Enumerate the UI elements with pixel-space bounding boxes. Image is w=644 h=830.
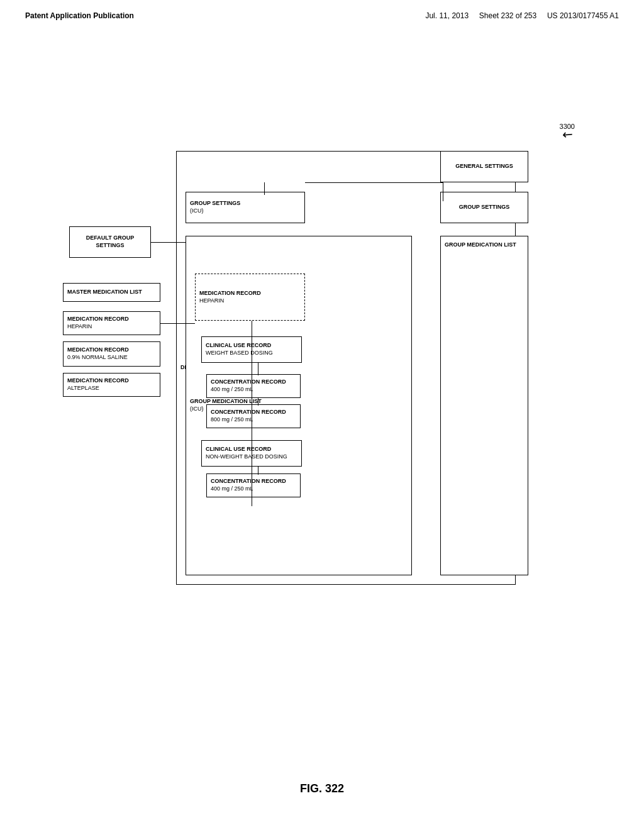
concentration-400-250-2-sub: 400 mg / 250 mL bbox=[211, 485, 253, 493]
page-header: Patent Application Publication Jul. 11, … bbox=[0, 0, 644, 20]
med-record-alteplase-sub: ALTEPLASE bbox=[67, 385, 99, 392]
group-settings-right-label: GROUP SETTINGS bbox=[459, 204, 509, 211]
master-medication-list-label: MASTER MEDICATION LIST bbox=[67, 289, 142, 296]
group-settings-icu-sub: (ICU) bbox=[190, 208, 204, 215]
connector-weight-to-conc1 bbox=[258, 363, 258, 375]
concentration-800-250-sub: 800 mg / 250 mL bbox=[211, 416, 253, 424]
connector-nonweight-to-conc bbox=[258, 467, 258, 475]
med-record-heparin-center-label: MEDICATION RECORD bbox=[199, 290, 261, 297]
concentration-800-250-label: CONCENTRATION RECORD bbox=[211, 409, 286, 416]
connector-conc1-to-conc2 bbox=[258, 398, 258, 406]
connector-general-to-icu bbox=[305, 182, 443, 183]
concentration-400-250-1-sub: 400 mg / 250 mL bbox=[211, 386, 253, 394]
concentration-400-250-1-label: CONCENTRATION RECORD bbox=[211, 379, 286, 386]
ref-arrow: ↗ bbox=[560, 128, 574, 142]
group-settings-icu-label: GROUP SETTINGS bbox=[190, 200, 240, 208]
clinical-use-weight-label: CLINICAL USE RECORD bbox=[206, 342, 271, 350]
ref-number-3300: 3300 ↗ bbox=[560, 123, 575, 141]
med-record-saline-sub: 0.9% NORMAL SALINE bbox=[67, 354, 128, 362]
group-settings-right-box: GROUP SETTINGS bbox=[440, 192, 528, 223]
connector-default-to-library bbox=[151, 242, 186, 243]
clinical-use-weight-sub: WEIGHT BASED DOSING bbox=[206, 350, 273, 357]
concentration-400-250-2-box: CONCENTRATION RECORD 400 mg / 250 mL bbox=[206, 473, 301, 497]
sheet-info: Sheet 232 of 253 bbox=[479, 11, 536, 20]
general-settings-box: GENERAL SETTINGS bbox=[440, 151, 528, 182]
med-record-heparin-center-sub: HEPARIN bbox=[199, 297, 224, 305]
med-record-alteplase-label: MEDICATION RECORD bbox=[67, 377, 129, 385]
diagram-area: DRUG ADMINISTRATION LIBRARY GENERAL SETT… bbox=[50, 151, 606, 830]
clinical-use-nonweight-sub: NON-WEIGHT BASED DOSING bbox=[206, 453, 287, 461]
default-group-settings-label: DEFAULT GROUP SETTINGS bbox=[86, 235, 134, 249]
concentration-800-250-box: CONCENTRATION RECORD 800 mg / 250 mL bbox=[206, 404, 301, 428]
group-settings-icu-box: GROUP SETTINGS (ICU) bbox=[186, 192, 305, 223]
connector-right-vertical bbox=[443, 182, 443, 201]
med-record-saline-label: MEDICATION RECORD bbox=[67, 346, 129, 354]
connector-items-vertical bbox=[252, 321, 252, 506]
publication-date: Jul. 11, 2013 bbox=[425, 11, 469, 20]
med-record-heparin-left-box: MEDICATION RECORD HEPARIN bbox=[63, 311, 160, 335]
med-record-heparin-center-box: MEDICATION RECORD HEPARIN bbox=[195, 274, 305, 321]
group-medication-list-right-box: GROUP MEDICATION LIST bbox=[440, 236, 528, 575]
connector-library-to-group bbox=[264, 182, 265, 195]
concentration-400-250-2-label: CONCENTRATION RECORD bbox=[211, 478, 286, 485]
header-right: Jul. 11, 2013 Sheet 232 of 253 US 2013/0… bbox=[425, 11, 619, 20]
med-record-alteplase-box: MEDICATION RECORD ALTEPLASE bbox=[63, 373, 160, 397]
med-record-heparin-left-label: MEDICATION RECORD bbox=[67, 316, 129, 323]
group-medication-list-right-label: GROUP MEDICATION LIST bbox=[445, 239, 516, 249]
publication-label: Patent Application Publication bbox=[25, 11, 134, 20]
patent-number: US 2013/0177455 A1 bbox=[547, 11, 619, 20]
connector-heparin-to-center bbox=[160, 323, 195, 324]
default-group-settings-box: DEFAULT GROUP SETTINGS bbox=[69, 226, 151, 258]
concentration-400-250-1-box: CONCENTRATION RECORD 400 mg / 250 mL bbox=[206, 374, 301, 398]
med-record-heparin-left-sub: HEPARIN bbox=[67, 323, 92, 331]
general-settings-label: GENERAL SETTINGS bbox=[455, 163, 513, 170]
med-record-saline-box: MEDICATION RECORD 0.9% NORMAL SALINE bbox=[63, 341, 160, 367]
clinical-use-nonweight-label: CLINICAL USE RECORD bbox=[206, 446, 271, 453]
group-medication-list-icu-sub: (ICU) bbox=[190, 406, 204, 413]
master-medication-list-box: MASTER MEDICATION LIST bbox=[63, 283, 160, 302]
figure-caption: FIG. 322 bbox=[0, 782, 644, 795]
